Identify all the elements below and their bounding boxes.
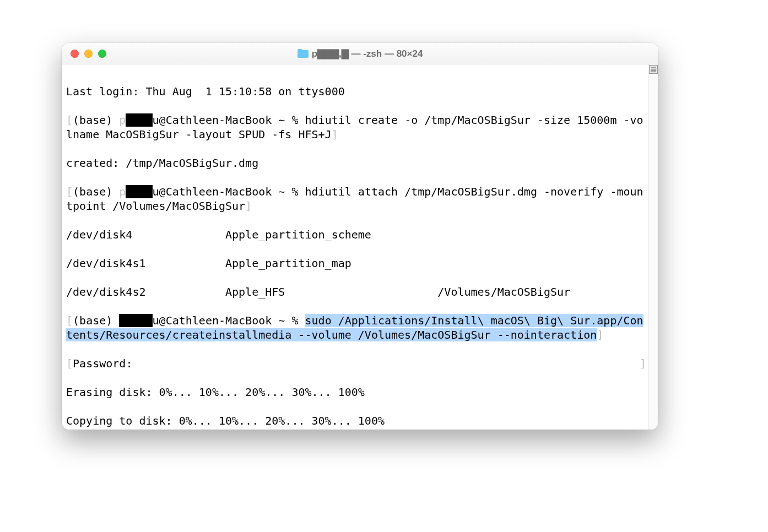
line-password: [Password:] bbox=[64, 356, 648, 371]
line-copying: Copying to disk: 0%... 10%... 20%... 30%… bbox=[64, 414, 648, 428]
terminal-output[interactable]: Last login: Thu Aug 1 15:10:58 on ttys00… bbox=[62, 64, 648, 430]
terminal-window: p▇▇▇,▇ — -zsh — 80×24 Last login: Thu Au… bbox=[62, 43, 658, 430]
close-button[interactable] bbox=[71, 50, 79, 58]
line-last-login: Last login: Thu Aug 1 15:10:58 on ttys00… bbox=[64, 84, 648, 99]
line-cmd2-out3: /dev/disk4s2 Apple_HFS /Volumes/MacOSBig… bbox=[64, 285, 648, 299]
titlebar[interactable]: p▇▇▇,▇ — -zsh — 80×24 bbox=[62, 43, 658, 64]
folder-icon bbox=[298, 49, 309, 58]
zoom-button[interactable] bbox=[98, 50, 106, 58]
title-user: p▇▇▇,▇ bbox=[312, 48, 349, 59]
terminal-area[interactable]: Last login: Thu Aug 1 15:10:58 on ttys00… bbox=[62, 64, 658, 430]
scroll-indicator-icon[interactable] bbox=[649, 65, 658, 74]
line-cmd1-out: created: /tmp/MacOSBigSur.dmg bbox=[64, 156, 648, 170]
line-cmd3: [(base) ▇▇▇▇▇u@Cathleen-MacBook ~ % sudo… bbox=[64, 313, 648, 342]
window-title: p▇▇▇,▇ — -zsh — 80×24 bbox=[62, 48, 658, 59]
line-cmd2-out2: /dev/disk4s1 Apple_partition_map bbox=[64, 256, 648, 270]
title-suffix: — -zsh — 80×24 bbox=[349, 48, 423, 59]
scrollbar-track[interactable] bbox=[648, 64, 658, 430]
line-erasing: Erasing disk: 0%... 10%... 20%... 30%...… bbox=[64, 385, 648, 399]
window-controls bbox=[62, 50, 106, 58]
line-cmd2: [(base) p▇▇▇▇u@Cathleen-MacBook ~ % hdiu… bbox=[64, 184, 648, 213]
minimize-button[interactable] bbox=[84, 50, 93, 58]
line-cmd2-out1: /dev/disk4 Apple_partition_scheme bbox=[64, 227, 648, 242]
line-cmd1: [(base) p▇▇▇▇u@Cathleen-MacBook ~ % hdiu… bbox=[64, 113, 648, 142]
